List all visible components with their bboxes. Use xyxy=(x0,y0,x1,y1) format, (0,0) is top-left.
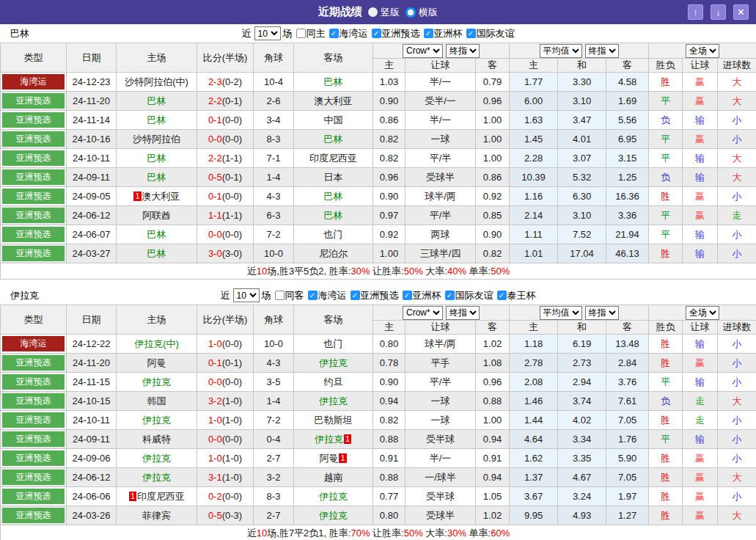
column-header-odds-home: 主 xyxy=(510,59,558,73)
score-cell: 0-1(0-0) xyxy=(197,111,254,130)
average-select[interactable]: 平均值 xyxy=(540,306,582,320)
result-cell: 大 xyxy=(718,92,756,111)
odds-cell: 0.92 xyxy=(373,225,405,244)
corner-cell: 6-3 xyxy=(254,206,294,225)
odds-cell: 0.91 xyxy=(476,449,510,468)
handicap-cell: 受球半 xyxy=(405,168,476,187)
same-side-checkbox[interactable]: 同客 xyxy=(271,289,304,302)
league-checkbox[interactable]: ✓海湾运 xyxy=(304,289,347,302)
avg-odds-cell: 1.69 xyxy=(606,92,649,111)
final-index-select-2[interactable]: 终指 xyxy=(585,44,619,58)
odds-cell: 0.82 xyxy=(373,411,405,430)
league-checkbox[interactable]: ✓亚洲杯 xyxy=(399,289,441,302)
odds-cell: 0.94 xyxy=(476,430,510,449)
home-team: 科威特 xyxy=(117,430,197,449)
type-cell: 亚洲预选 xyxy=(1,354,67,373)
final-index-select-2[interactable]: 终指 xyxy=(585,306,619,320)
table-row: 亚洲预选 24-09-05 1澳大利亚 0-1(0-0) 4-3 巴林 0.90… xyxy=(1,187,756,206)
table-row: 亚洲预选 24-09-11 科威特 0-0(0-0) 0-4 伊拉克1 0.88… xyxy=(1,430,756,449)
match-count-select[interactable]: 10 xyxy=(233,288,260,302)
score-cell: 0-1(0-0) xyxy=(197,187,254,206)
bookmaker-select[interactable]: Crow* xyxy=(403,44,443,58)
score-cell: 0-1(0-1) xyxy=(197,354,254,373)
corner-cell: 10-0 xyxy=(254,244,294,263)
league-checkbox[interactable]: ✓国际友谊 xyxy=(441,289,493,302)
avg-odds-cell: 21.94 xyxy=(606,225,649,244)
full-time-score: 2-2 xyxy=(208,153,222,164)
column-header-handicap: 让球 xyxy=(405,321,476,335)
league-label: 国际友谊 xyxy=(455,289,493,302)
title-bar: 近期战绩 竖版 横版 ↑ ↓ ✕ xyxy=(0,0,756,24)
odds-cell: 0.88 xyxy=(373,468,405,487)
column-header-handicap: 让球 xyxy=(405,59,476,73)
avg-odds-cell: 4.01 xyxy=(558,130,606,149)
competition-type-badge: 亚洲预选 xyxy=(2,412,65,428)
table-row: 亚洲预选 24-03-26 菲律宾 0-5(0-3) 2-7 伊拉克 0.80 … xyxy=(1,506,756,525)
red-card-badge: 1 xyxy=(133,191,141,201)
half-time-score: (0-0) xyxy=(222,338,242,349)
date-cell: 24-03-27 xyxy=(67,244,117,263)
odds-cell: 0.80 xyxy=(373,506,405,525)
bookmaker-select[interactable]: Crow* xyxy=(403,306,443,320)
league-checkbox[interactable]: ✓亚洲杯 xyxy=(420,27,463,40)
full-time-score: 0-0 xyxy=(208,229,222,240)
date-cell: 24-11-15 xyxy=(67,373,117,392)
corner-cell: 10-0 xyxy=(254,335,294,354)
table-row: 亚洲预选 24-09-11 巴林 0-5(0-1) 1-4 日本 0.96 受球… xyxy=(1,168,756,187)
radio-horizontal[interactable]: 横版 xyxy=(405,6,438,19)
league-checkbox[interactable]: ✓泰王杯 xyxy=(493,289,536,302)
final-index-select[interactable]: 终指 xyxy=(446,306,480,320)
summary-segment: 10 xyxy=(257,528,267,539)
team-name-text: 越南 xyxy=(324,472,343,483)
match-count-select[interactable]: 10 xyxy=(254,26,281,40)
half-time-score: (0-1) xyxy=(222,172,242,183)
away-team: 伊拉克1 xyxy=(294,430,373,449)
date-cell: 24-06-12 xyxy=(67,206,117,225)
half-time-score: (1-0) xyxy=(222,415,242,426)
league-checkbox[interactable]: ✓国际友谊 xyxy=(463,27,515,40)
half-time-score: (0-0) xyxy=(222,491,242,502)
section-filter-bar: 巴林 近10场同主✓海湾运✓亚洲预选✓亚洲杯✓国际友谊 xyxy=(0,24,756,43)
full-match-select[interactable]: 全场 xyxy=(686,306,719,320)
final-index-select[interactable]: 终指 xyxy=(446,44,480,58)
radio-vertical[interactable]: 竖版 xyxy=(368,6,400,19)
corner-cell: 8-3 xyxy=(254,130,294,149)
type-cell: 亚洲预选 xyxy=(1,225,67,244)
team-name-text: 菲律宾 xyxy=(142,510,171,521)
avg-odds-cell: 6.19 xyxy=(558,335,606,354)
move-down-button[interactable]: ↓ xyxy=(711,4,726,20)
odds-cell: 0.82 xyxy=(373,149,405,168)
full-time-score: 0-1 xyxy=(208,114,222,125)
type-cell: 亚洲预选 xyxy=(1,449,67,468)
full-match-select[interactable]: 全场 xyxy=(686,44,719,58)
team-name-text: 伊拉克 xyxy=(319,357,348,368)
result-cell: 平 xyxy=(649,92,683,111)
team-name-text: 韩国 xyxy=(147,395,166,406)
team-name-text: 伊拉克(中) xyxy=(134,338,179,349)
odds-cell: 1.00 xyxy=(476,111,510,130)
league-checkbox[interactable]: ✓亚洲预选 xyxy=(368,27,420,40)
result-cell: 输 xyxy=(683,111,718,130)
avg-odds-cell: 7.61 xyxy=(606,392,649,411)
avg-odds-cell: 3.36 xyxy=(606,206,649,225)
odds-cell: 0.90 xyxy=(373,92,405,111)
summary-segment: 场,胜7平2负1, 胜率: xyxy=(267,528,351,539)
home-team: 1印度尼西亚 xyxy=(117,487,197,506)
checkbox-unchecked-icon xyxy=(275,291,285,300)
league-checkbox[interactable]: ✓亚洲预选 xyxy=(347,289,399,302)
same-side-checkbox[interactable]: 同主 xyxy=(293,27,326,40)
result-cell: 赢 xyxy=(683,130,718,149)
checkbox-checked-icon: ✓ xyxy=(403,291,412,300)
average-select[interactable]: 平均值 xyxy=(540,44,582,58)
team-section: 巴林 近10场同主✓海湾运✓亚洲预选✓亚洲杯✓国际友谊 类型 日期 主场 比分(… xyxy=(0,24,756,280)
move-up-button[interactable]: ↑ xyxy=(688,4,703,20)
team-name-text: 印度尼西亚 xyxy=(309,153,357,164)
league-checkbox[interactable]: ✓海湾运 xyxy=(326,27,368,40)
date-cell: 24-06-07 xyxy=(67,225,117,244)
team-name-text: 伊拉克 xyxy=(142,472,171,483)
odds-cell: 0.80 xyxy=(373,335,405,354)
odds-cell: 1.00 xyxy=(373,244,405,263)
home-team: 巴林 xyxy=(117,149,197,168)
summary-segment: 单率: xyxy=(466,266,491,277)
close-button[interactable]: ✕ xyxy=(733,4,749,20)
